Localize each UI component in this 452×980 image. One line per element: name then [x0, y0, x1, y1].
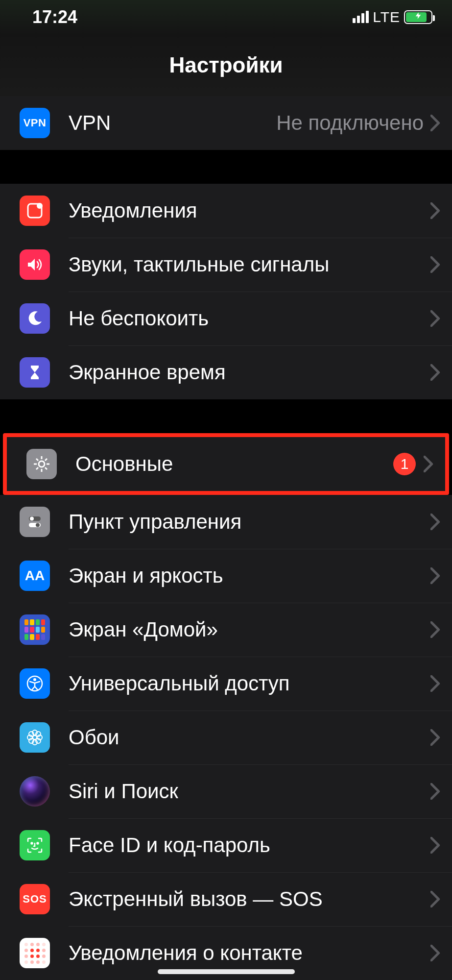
text-size-icon: AA — [20, 561, 50, 591]
chevron-right-icon — [430, 115, 440, 131]
accessibility-icon — [20, 668, 50, 699]
svg-point-12 — [30, 517, 34, 521]
svg-point-1 — [37, 203, 43, 209]
svg-point-27 — [37, 843, 39, 844]
settings-group-connectivity: VPN VPN Не подключено — [0, 96, 452, 150]
hourglass-icon — [20, 357, 50, 388]
page-title: Настройки — [169, 53, 283, 77]
exposure-icon — [20, 938, 50, 968]
row-general[interactable]: Основные 1 — [7, 437, 445, 491]
row-label: Экран и яркость — [69, 564, 430, 588]
chevron-right-icon — [430, 945, 440, 961]
row-label: Face ID и код-пароль — [69, 833, 430, 857]
row-label: VPN — [69, 111, 276, 135]
row-label: Основные — [75, 452, 393, 476]
status-bar: 17:24 LTE — [0, 0, 452, 34]
chevron-right-icon — [430, 837, 440, 854]
status-time: 17:24 — [32, 7, 77, 27]
row-control-center[interactable]: Пункт управления — [0, 495, 452, 549]
svg-line-9 — [45, 459, 47, 461]
home-grid-icon — [20, 614, 50, 645]
svg-point-2 — [39, 461, 45, 467]
vpn-icon: VPN — [20, 108, 50, 138]
row-label: Уведомления — [69, 199, 430, 222]
row-label: Универсальный доступ — [69, 672, 430, 695]
status-indicators: LTE — [353, 9, 432, 25]
svg-point-16 — [33, 678, 36, 681]
svg-point-14 — [36, 523, 40, 527]
row-siri[interactable]: Siri и Поиск — [0, 764, 452, 818]
chevron-right-icon — [430, 202, 440, 219]
svg-point-26 — [31, 843, 33, 844]
chevron-right-icon — [430, 621, 440, 638]
chevron-right-icon — [430, 310, 440, 327]
battery-icon — [404, 10, 432, 24]
row-label: Экранное время — [69, 361, 430, 384]
chevron-right-icon — [430, 891, 440, 907]
settings-group-alerts: Уведомления Звуки, тактильные сигналы Не… — [0, 184, 452, 399]
chevron-right-icon — [430, 364, 440, 381]
network-type-label: LTE — [373, 9, 400, 25]
svg-line-8 — [45, 467, 47, 469]
notifications-icon — [20, 196, 50, 226]
nav-header: Настройки — [0, 34, 452, 96]
chevron-right-icon — [430, 783, 440, 800]
row-label: Пункт управления — [69, 510, 430, 534]
row-dnd[interactable]: Не беспокоить — [0, 292, 452, 345]
faceid-icon — [20, 830, 50, 860]
chevron-right-icon — [430, 729, 440, 746]
row-display[interactable]: AA Экран и яркость — [0, 549, 452, 603]
charging-bolt-icon — [414, 11, 422, 23]
row-label: Экстренный вызов — SOS — [69, 887, 430, 911]
sounds-icon — [20, 249, 50, 280]
row-notifications[interactable]: Уведомления — [0, 184, 452, 238]
row-sounds[interactable]: Звуки, тактильные сигналы — [0, 238, 452, 292]
chevron-right-icon — [430, 675, 440, 692]
row-accessibility[interactable]: Универсальный доступ — [0, 657, 452, 710]
moon-icon — [20, 303, 50, 334]
row-label: Не беспокоить — [69, 307, 430, 330]
row-faceid[interactable]: Face ID и код-пароль — [0, 818, 452, 872]
row-sos[interactable]: SOS Экстренный вызов — SOS — [0, 872, 452, 926]
settings-screen: 17:24 LTE Настройки VPN VPN Не подключен… — [0, 0, 452, 980]
sos-icon: SOS — [20, 884, 50, 914]
row-home-screen[interactable]: Экран «Домой» — [0, 603, 452, 657]
row-wallpaper[interactable]: Обои — [0, 710, 452, 764]
settings-group-system: Основные 1 Пункт управления AA Экран и я… — [0, 433, 452, 980]
row-label: Уведомления о контакте — [69, 941, 430, 965]
svg-line-10 — [36, 467, 38, 469]
chevron-right-icon — [430, 256, 440, 273]
chevron-right-icon — [430, 567, 440, 584]
flower-icon — [20, 722, 50, 753]
row-value: Не подключено — [276, 111, 424, 135]
row-label: Обои — [69, 726, 430, 749]
svg-line-7 — [36, 459, 38, 461]
switches-icon — [20, 507, 50, 537]
row-label: Экран «Домой» — [69, 618, 430, 641]
row-label: Звуки, тактильные сигналы — [69, 253, 430, 276]
home-indicator[interactable] — [158, 969, 295, 974]
chevron-right-icon — [430, 514, 440, 530]
row-vpn[interactable]: VPN VPN Не подключено — [0, 96, 452, 150]
row-label: Siri и Поиск — [69, 780, 430, 803]
cellular-signal-icon — [353, 11, 369, 23]
highlight-general: Основные 1 — [3, 433, 449, 495]
chevron-right-icon — [424, 456, 433, 472]
notification-badge: 1 — [393, 453, 416, 475]
row-screentime[interactable]: Экранное время — [0, 345, 452, 399]
gear-icon — [26, 449, 57, 479]
siri-icon — [20, 776, 50, 807]
